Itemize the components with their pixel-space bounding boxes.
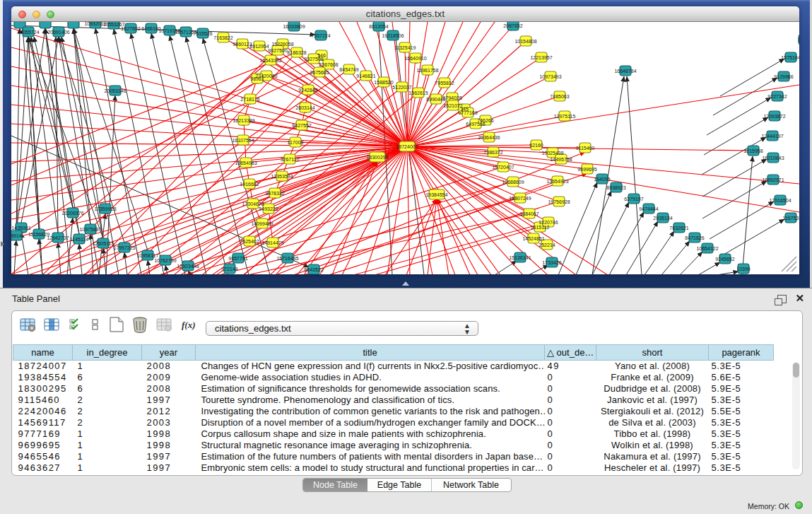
svg-text:9474444: 9474444 (639, 206, 658, 211)
svg-text:8186328: 8186328 (287, 50, 306, 55)
svg-text:9115460: 9115460 (576, 146, 595, 151)
svg-text:9827500: 9827500 (268, 48, 287, 53)
svg-text:19756928: 19756928 (548, 199, 570, 204)
svg-text:1588520: 1588520 (374, 80, 393, 85)
svg-text:5122037: 5122037 (392, 85, 411, 90)
svg-text:1527602: 1527602 (121, 26, 140, 31)
svg-text:10399: 10399 (736, 267, 751, 271)
svg-text:10688609: 10688609 (502, 180, 524, 185)
svg-text:9129966: 9129966 (774, 74, 793, 79)
svg-text:10654122: 10654122 (696, 246, 718, 251)
svg-text:20053346: 20053346 (104, 88, 126, 93)
svg-text:15692971: 15692971 (762, 177, 784, 182)
svg-text:12975115: 12975115 (554, 114, 576, 119)
svg-text:14524851: 14524851 (522, 236, 544, 241)
svg-text:10975887: 10975887 (79, 227, 101, 232)
svg-text:10782759: 10782759 (154, 258, 176, 263)
svg-text:3215958: 3215958 (743, 148, 763, 153)
svg-text:9657791: 9657791 (228, 256, 247, 261)
svg-text:14099489: 14099489 (251, 221, 273, 226)
svg-text:1733426: 1733426 (542, 260, 561, 265)
svg-text:12505115: 12505115 (93, 241, 114, 246)
svg-text:20691406: 20691406 (47, 30, 69, 35)
svg-text:18724007: 18724007 (396, 144, 418, 149)
svg-text:9699695: 9699695 (577, 167, 596, 172)
svg-text:1435001: 1435001 (11, 226, 30, 230)
svg-text:12213957: 12213957 (530, 55, 552, 60)
svg-text:11123: 11123 (798, 37, 799, 42)
svg-text:8454749: 8454749 (339, 67, 358, 72)
svg-text:15226058: 15226058 (271, 42, 293, 47)
svg-text:11325419: 11325419 (394, 45, 416, 50)
svg-text:13654923: 13654923 (546, 179, 568, 184)
svg-text:19218506: 19218506 (382, 33, 404, 38)
svg-text:14495758: 14495758 (550, 157, 572, 162)
svg-text:164095: 164095 (594, 177, 610, 182)
svg-text:16961758: 16961758 (416, 68, 438, 73)
svg-text:7632621: 7632621 (669, 226, 688, 230)
svg-text:7625402: 7625402 (240, 239, 259, 244)
svg-text:5493222: 5493222 (259, 206, 278, 211)
svg-text:9242848: 9242848 (298, 88, 317, 93)
svg-text:9146821: 9146821 (356, 74, 375, 78)
svg-text:7163822: 7163822 (213, 35, 233, 40)
svg-text:9914: 9914 (11, 233, 22, 238)
svg-text:10025438: 10025438 (541, 151, 563, 156)
svg-text:7515526: 7515526 (193, 31, 212, 36)
svg-text:12093872: 12093872 (763, 114, 785, 119)
svg-text:9777169: 9777169 (458, 110, 477, 115)
svg-text:8471626: 8471626 (685, 235, 704, 240)
svg-text:6379197: 6379197 (624, 197, 643, 201)
svg-text:19384554: 19384554 (425, 192, 447, 197)
svg-text:18807249: 18807249 (509, 196, 531, 201)
svg-text:19654983: 19654983 (235, 160, 257, 165)
svg-text:f(x): f(x) (182, 320, 196, 330)
svg-text:8643522: 8643522 (304, 267, 323, 272)
svg-text:17016504: 17016504 (769, 198, 791, 203)
svg-text:1615112: 1615112 (531, 225, 550, 230)
svg-text:2367608: 2367608 (319, 62, 338, 67)
svg-text:3878332: 3878332 (265, 191, 284, 196)
svg-text:17004678: 17004678 (242, 201, 264, 206)
svg-text:14914479: 14914479 (261, 240, 283, 245)
svg-text:10958117: 10958117 (137, 253, 159, 258)
svg-text:15720407: 15720407 (492, 165, 514, 170)
svg-text:972144: 972144 (221, 267, 237, 271)
svg-text:1562615: 1562615 (408, 90, 428, 95)
svg-text:10973493: 10973493 (539, 74, 561, 79)
svg-text:10154808: 10154808 (514, 39, 536, 44)
svg-text:16648784: 16648784 (614, 69, 636, 74)
svg-text:1916682: 1916682 (240, 182, 259, 187)
svg-text:9227342: 9227342 (767, 94, 787, 99)
svg-text:12353594: 12353594 (271, 174, 293, 179)
svg-text:3267110: 3267110 (281, 157, 300, 162)
svg-text:16210643: 16210643 (762, 156, 784, 160)
svg-text:7955812: 7955812 (435, 81, 454, 86)
svg-text:1145114: 1145114 (70, 237, 88, 242)
svg-text:24055724: 24055724 (17, 30, 39, 35)
svg-text:8938923: 8938923 (606, 185, 625, 190)
svg-text:8427552: 8427552 (292, 123, 311, 128)
svg-text:9245652: 9245652 (715, 257, 734, 262)
svg-text:12942737: 12942737 (47, 235, 69, 240)
svg-text:117008: 117008 (288, 140, 304, 145)
svg-text:16640910: 16640910 (404, 56, 426, 61)
svg-text:2087652: 2087652 (503, 23, 522, 28)
svg-text:6794028: 6794028 (442, 95, 461, 100)
svg-text:6497568: 6497568 (466, 122, 485, 127)
svg-text:17957225: 17957225 (113, 245, 135, 250)
svg-text:9327508: 9327508 (304, 57, 323, 62)
svg-text:116753: 116753 (783, 216, 799, 221)
svg-text:1220746: 1220746 (539, 220, 558, 225)
svg-text:2718176: 2718176 (240, 97, 259, 102)
svg-text:8813054: 8813054 (369, 24, 388, 29)
svg-text:16107554: 16107554 (232, 138, 254, 143)
svg-text:1575104: 1575104 (781, 55, 799, 60)
svg-text:15716485: 15716485 (276, 256, 298, 261)
svg-text:12213389: 12213389 (233, 118, 254, 123)
svg-text:15136141: 15136141 (509, 255, 531, 260)
svg-text:2935134: 2935134 (653, 216, 672, 221)
svg-text:20364436: 20364436 (478, 135, 500, 140)
svg-text:18300295: 18300295 (366, 155, 388, 160)
svg-text:17359928: 17359928 (94, 206, 116, 211)
